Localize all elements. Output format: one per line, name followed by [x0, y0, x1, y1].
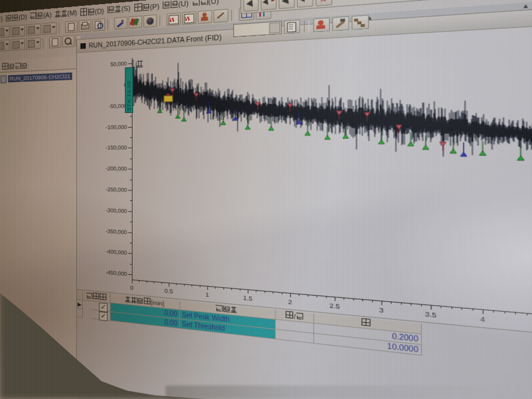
- menu-item-3[interactable]: (M): [54, 9, 77, 18]
- application-window: (F)(D)(A)(M)(D)(S)(P)(U)(U) : RUN_201709…: [0, 0, 532, 399]
- peak-marker-green: [268, 126, 274, 131]
- peak-marker-green: [305, 131, 310, 135]
- data-files-list[interactable]: RUN_20170906-CH2Cl21: [0, 69, 77, 399]
- row-selector: [77, 309, 83, 318]
- peak-marker-green: [423, 145, 429, 150]
- threshold-tag: STH 10.00: [125, 67, 133, 113]
- open-split-button[interactable]: [0, 26, 9, 38]
- steps-icon[interactable]: [352, 15, 369, 30]
- chromatogram-window: RUN_20170906-CH2Cl21.DATA Front (FID) 50…: [76, 7, 532, 337]
- menu-item-8[interactable]: (U): [192, 0, 219, 7]
- zoom-cursor-icon[interactable]: [261, 0, 276, 11]
- data-file-name: RUN_20170906-CH2Cl21: [8, 73, 73, 83]
- data-file-icon: [1, 75, 7, 83]
- zoom-icon[interactable]: [62, 35, 74, 47]
- menu-item-5[interactable]: (S): [106, 5, 131, 15]
- snapshot-icon[interactable]: [143, 14, 157, 28]
- current-row-marker: ▶: [77, 301, 82, 307]
- peak-marker-green: [343, 134, 349, 138]
- method-chart-icon[interactable]: [167, 12, 181, 26]
- peak-label-tag: [164, 96, 173, 102]
- dock-marker-right: ▲: [522, 2, 530, 10]
- data-files-panel: : RUN_20170906-CH2Cl21: [0, 56, 80, 399]
- chromatogram-plot[interactable]: 50,0000-50,000-100,000-150,000-200,000-2…: [77, 25, 532, 336]
- peak-marker-red: [440, 142, 446, 147]
- select-cursor-icon[interactable]: [244, 0, 259, 12]
- print-icon[interactable]: [79, 20, 91, 33]
- menu-item-1[interactable]: (D): [5, 14, 27, 22]
- menu-item-7[interactable]: (U): [162, 0, 189, 9]
- toolbar-separator: [108, 19, 112, 30]
- used-checkbox[interactable]: ✓: [99, 312, 108, 322]
- toolbar-separator: [160, 15, 164, 25]
- layout-split-button[interactable]: [42, 22, 57, 35]
- window-icon: [80, 43, 86, 48]
- marker-cursor-icon[interactable]: [297, 0, 313, 8]
- peak-marker-green: [408, 142, 414, 146]
- pan-cursor-icon[interactable]: [279, 0, 295, 9]
- view-split-button[interactable]: [0, 40, 9, 52]
- peak-marker-green: [220, 121, 225, 125]
- operator-icon[interactable]: [197, 10, 212, 24]
- row-selector-header: [77, 291, 83, 300]
- menu-item-6[interactable]: (P): [134, 2, 160, 12]
- peak-marker-green: [245, 125, 251, 129]
- report-document-icon[interactable]: [49, 36, 61, 48]
- window-split-button[interactable]: [11, 38, 25, 51]
- signature-icon[interactable]: [114, 17, 127, 30]
- menu-item-2[interactable]: (A): [30, 11, 52, 21]
- peak-marker-green: [181, 118, 186, 121]
- baseline-icon[interactable]: [213, 9, 228, 23]
- data-file-item[interactable]: RUN_20170906-CH2Cl21: [1, 72, 77, 83]
- peak-marker-blue: [460, 152, 467, 156]
- start-annotation: [137, 60, 144, 69]
- toolbar-separator: [59, 22, 63, 33]
- peak-marker-green: [176, 115, 180, 118]
- export-split-button[interactable]: [26, 24, 41, 36]
- toolbar-separator: [304, 20, 309, 32]
- close-toolbar-button[interactable]: [316, 0, 332, 7]
- toolbar-separator: [43, 38, 47, 48]
- print-preview-icon[interactable]: [92, 18, 105, 31]
- toolbar-separator: [231, 9, 236, 21]
- peak-marker-green: [479, 151, 486, 155]
- peak-marker-green: [325, 135, 330, 140]
- menu-item-4[interactable]: (D): [80, 7, 104, 17]
- sequence-icon[interactable]: [313, 18, 330, 33]
- tools-icon[interactable]: [332, 16, 349, 31]
- peak-marker-green: [517, 156, 524, 161]
- peak-marker-green: [378, 140, 384, 144]
- fid-trace: [77, 25, 532, 336]
- acquire-icon[interactable]: [129, 15, 142, 28]
- peak-marker-green: [450, 149, 456, 153]
- pane-split-button[interactable]: [26, 37, 41, 50]
- menu-item-0[interactable]: (F): [0, 15, 3, 24]
- report-view-icon[interactable]: [284, 20, 300, 34]
- save-split-button[interactable]: [11, 25, 25, 37]
- data-chart-icon[interactable]: [182, 11, 196, 25]
- new-document-icon[interactable]: [65, 21, 77, 33]
- mdi-area: RUN_20170906-CH2Cl21.DATA Front (FID) 50…: [80, 0, 532, 399]
- peak-marker-green: [157, 109, 162, 112]
